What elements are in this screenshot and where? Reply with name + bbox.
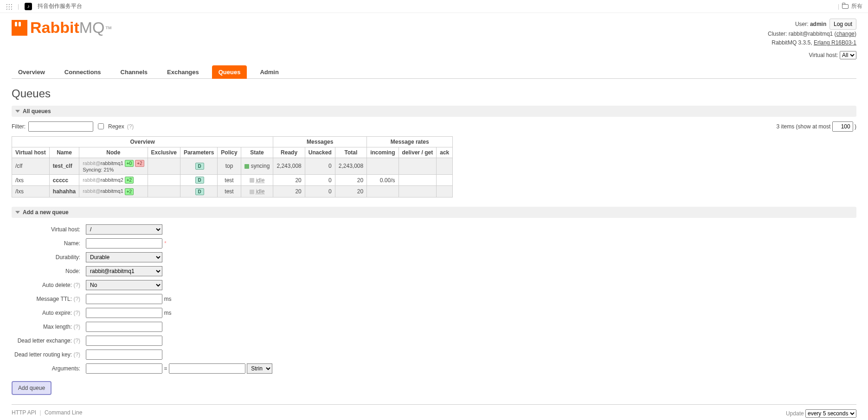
col-header[interactable]: incoming: [367, 147, 399, 158]
section-all-queues[interactable]: All queues: [12, 106, 856, 117]
cell-policy: test: [218, 174, 241, 185]
state-icon: [250, 178, 254, 183]
col-group-messages: Messages: [273, 136, 367, 147]
form-ttl-input[interactable]: [86, 294, 162, 304]
table-row: /clftest_clfrabbit@rabbitmq1+0+2Syncing:…: [12, 158, 453, 174]
help-icon[interactable]: (?): [73, 282, 80, 288]
tab-admin[interactable]: Admin: [253, 65, 285, 79]
cluster-change-link[interactable]: change: [836, 31, 855, 37]
queue-name-link[interactable]: test_clf: [53, 163, 72, 169]
cell-ready: 20: [273, 174, 305, 185]
bookmarks-all[interactable]: 所有: [851, 2, 862, 10]
col-header[interactable]: ack: [437, 147, 453, 158]
tab-queues[interactable]: Queues: [212, 65, 247, 79]
tab-overview[interactable]: Overview: [12, 65, 51, 79]
cell-node: rabbit@rabbitmq1+2: [79, 186, 148, 197]
form-durability-label: Durability:: [12, 250, 83, 264]
col-header[interactable]: Policy: [218, 147, 241, 158]
cell-vhost: /lxs: [12, 174, 50, 185]
form-node-label: Node:: [12, 264, 83, 278]
tiktok-icon[interactable]: ♪: [25, 3, 32, 10]
divider: |: [18, 3, 19, 10]
logout-button[interactable]: Log out: [829, 19, 856, 30]
form-name-input[interactable]: [86, 238, 162, 248]
col-header[interactable]: Name: [49, 147, 79, 158]
update-label: Update: [786, 410, 804, 417]
col-header[interactable]: Virtual host: [12, 147, 50, 158]
form-autodelete-select[interactable]: No: [86, 280, 162, 290]
tab-exchanges[interactable]: Exchanges: [161, 65, 206, 79]
form-node-select[interactable]: rabbit@rabbitmq1: [86, 266, 162, 276]
filter-input[interactable]: [28, 121, 93, 132]
chevron-down-icon: [15, 110, 20, 113]
help-icon[interactable]: (?): [73, 324, 80, 330]
form-expire-input[interactable]: [86, 308, 162, 318]
help-icon[interactable]: (?): [73, 337, 80, 344]
cell-vhost: /lxs: [12, 186, 50, 197]
user-label: User:: [795, 21, 809, 27]
col-header[interactable]: Total: [335, 147, 366, 158]
cell-incoming: 0.00/s: [367, 174, 399, 185]
regex-checkbox[interactable]: [98, 123, 104, 129]
erlang-link[interactable]: Erlang R16B03-1: [814, 39, 856, 46]
equals-sign: =: [164, 365, 167, 372]
form-args-label: Arguments:: [12, 362, 83, 375]
cell-total: 2,243,008: [335, 158, 366, 174]
form-arg-key-input[interactable]: [86, 363, 162, 374]
col-header[interactable]: State: [241, 147, 273, 158]
help-icon[interactable]: (?): [73, 296, 80, 302]
cell-total: 20: [335, 186, 366, 197]
cell-node: rabbit@rabbitmq2+2: [79, 174, 148, 185]
col-header[interactable]: Node: [79, 147, 148, 158]
tab-title[interactable]: 抖音创作服务平台: [38, 2, 82, 10]
help-icon[interactable]: (?): [73, 310, 80, 316]
form-dlrk-input[interactable]: [86, 350, 162, 360]
required-marker: *: [164, 240, 167, 247]
command-line-link[interactable]: Command Line: [45, 409, 82, 416]
col-header[interactable]: Exclusive: [148, 147, 180, 158]
form-name-label: Name:: [12, 236, 83, 250]
form-vhost-select[interactable]: /: [86, 224, 162, 235]
logo-tm: TM: [106, 25, 112, 30]
user-value: admin: [810, 21, 826, 27]
add-queue-button[interactable]: Add queue: [12, 381, 51, 395]
vhost-select[interactable]: All: [840, 51, 856, 59]
chevron-down-icon: [15, 211, 20, 214]
cell-state: syncing: [241, 158, 273, 174]
section-add-queue[interactable]: Add a new queue: [12, 207, 856, 218]
divider: |: [838, 3, 839, 10]
tab-channels[interactable]: Channels: [114, 65, 154, 79]
unit-ms: ms: [164, 310, 171, 316]
cell-state: idle: [241, 174, 273, 185]
form-arg-type-select[interactable]: String: [247, 363, 272, 374]
form-vhost-label: Virtual host:: [12, 223, 83, 236]
form-arg-value-input[interactable]: [169, 363, 245, 374]
update-interval-select[interactable]: every 5 seconds: [805, 409, 856, 418]
items-max-input[interactable]: [832, 121, 853, 132]
queue-name-link[interactable]: hahahha: [53, 188, 76, 195]
tab-connections[interactable]: Connections: [58, 65, 108, 79]
rabbitmq-logo[interactable]: RabbitMQTM: [12, 19, 112, 37]
cell-ack: [437, 186, 453, 197]
apps-grid-icon[interactable]: [6, 3, 12, 10]
col-header[interactable]: Ready: [273, 147, 305, 158]
cell-ready: 20: [273, 186, 305, 197]
col-header[interactable]: Unacked: [305, 147, 335, 158]
help-icon[interactable]: (?): [73, 351, 80, 358]
form-maxlen-input[interactable]: [86, 322, 162, 332]
regex-help[interactable]: (?): [127, 123, 134, 130]
queue-name-link[interactable]: ccccc: [53, 177, 68, 184]
folder-icon[interactable]: [842, 4, 849, 9]
cell-policy: top: [218, 158, 241, 174]
regex-label: Regex: [108, 123, 124, 130]
cell-unacked: 0: [305, 158, 335, 174]
page-header: RabbitMQTM User: admin Log out Cluster: …: [12, 19, 856, 60]
unit-ms: ms: [164, 296, 171, 302]
col-group-overview: Overview: [12, 136, 273, 147]
col-header[interactable]: deliver / get: [399, 147, 437, 158]
form-durability-select[interactable]: Durable: [86, 252, 162, 262]
form-dlx-input[interactable]: [86, 336, 162, 346]
col-header[interactable]: Parameters: [180, 147, 217, 158]
http-api-link[interactable]: HTTP API: [12, 409, 36, 416]
cell-params: D: [180, 186, 217, 197]
